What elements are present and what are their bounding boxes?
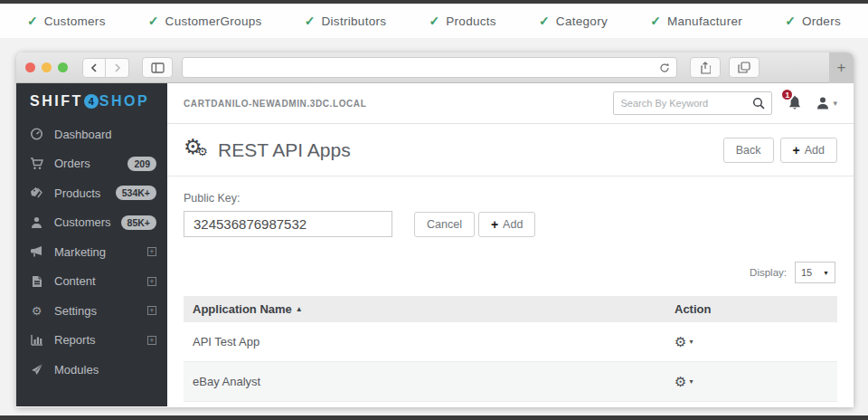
action-cell: ⚙ ▾ (675, 334, 828, 350)
gear-icon: ⚙ (675, 334, 686, 350)
check-label: Category (556, 14, 608, 28)
sidebar-item-customers[interactable]: Customers 85K+ (16, 208, 167, 238)
check-icon: ✓ (148, 14, 159, 28)
cancel-button[interactable]: Cancel (414, 212, 475, 237)
row-actions-menu-button[interactable]: ⚙ ▾ (675, 334, 693, 350)
admin-header: CARTDANILO-NEWADMIN.3DC.LOCAL 1 ▾ (167, 83, 854, 124)
browser-forward-button[interactable] (106, 58, 129, 78)
page-title: REST API Apps (218, 139, 351, 161)
shift4shop-logo[interactable]: SHIFT 4 SHOP (16, 83, 167, 119)
back-button-label: Back (736, 144, 761, 157)
column-header-application-name[interactable]: Application Name ▲ (193, 302, 675, 316)
apps-table: Application Name ▲ Action API Test App ⚙… (184, 296, 837, 402)
check-icon: ✓ (539, 14, 550, 28)
check-item-distributors: ✓ Distributors (305, 14, 387, 28)
sidebar-item-label: Products (54, 186, 100, 200)
public-key-input[interactable] (184, 211, 392, 237)
expand-icon[interactable]: + (147, 277, 156, 286)
confirm-add-label: Add (503, 218, 523, 231)
action-cell: ⚙ ▾ (675, 374, 828, 390)
check-icon: ✓ (27, 14, 38, 28)
display-count-select[interactable]: 15 ▼ (795, 262, 835, 283)
gears-icon: ⚙ (29, 304, 44, 318)
chevron-right-icon (114, 63, 121, 72)
keyword-search-box[interactable] (613, 91, 772, 115)
sidebar-item-modules[interactable]: Modules (16, 355, 167, 385)
admin-app: SHIFT 4 SHOP Dashboard Orders 209 (16, 83, 854, 406)
gear-icon: ⚙ (675, 374, 686, 390)
public-key-label: Public Key: (184, 192, 837, 205)
check-item-orders: ✓ Orders (785, 14, 841, 28)
chevron-left-icon (90, 63, 98, 72)
check-label: Products (446, 14, 496, 28)
share-button[interactable] (690, 57, 721, 78)
store-hostname: CARTDANILO-NEWADMIN.3DC.LOCAL (184, 99, 366, 109)
sidebar-item-settings[interactable]: ⚙ Settings + (16, 296, 167, 326)
sidebar-item-dashboard[interactable]: Dashboard (16, 119, 167, 149)
sidebar-item-label: Content (54, 274, 96, 288)
sidebar-item-label: Settings (54, 304, 97, 318)
url-input[interactable] (189, 58, 659, 77)
minimize-window-button[interactable] (42, 62, 52, 72)
back-button[interactable]: Back (723, 138, 774, 163)
plus-icon: + (491, 217, 498, 232)
bar-chart-icon (29, 334, 44, 346)
expand-icon[interactable]: + (147, 247, 156, 256)
rocket-icon (29, 363, 44, 376)
notifications-button[interactable]: 1 (787, 95, 803, 111)
sidebar-item-products[interactable]: Products 534K+ (16, 178, 167, 208)
table-row: API Test App ⚙ ▾ (184, 322, 837, 362)
browser-window: + SHIFT 4 SHOP Dashboard (16, 52, 854, 407)
customers-count-badge: 85K+ (121, 215, 156, 230)
user-menu-button[interactable]: ▾ (816, 96, 837, 110)
zoom-window-button[interactable] (58, 62, 68, 72)
sidebar-item-reports[interactable]: Reports + (16, 326, 167, 356)
browser-nav-buttons (82, 58, 129, 78)
cogs-icon: ⚙ ⚙ (184, 137, 211, 164)
reload-icon[interactable] (659, 62, 670, 73)
check-item-manufacturer: ✓ Manufacturer (650, 14, 742, 28)
chevron-down-icon: ▾ (833, 99, 837, 108)
admin-main: CARTDANILO-NEWADMIN.3DC.LOCAL 1 ▾ (167, 83, 854, 406)
sidebar-item-orders[interactable]: Orders 209 (16, 149, 167, 179)
letterbox-bottom (0, 415, 868, 420)
sidebar-toggle-button[interactable] (142, 57, 173, 78)
sidebar-item-content[interactable]: Content + (16, 267, 167, 297)
close-window-button[interactable] (25, 62, 35, 72)
row-actions-menu-button[interactable]: ⚙ ▾ (675, 374, 693, 390)
browser-back-button[interactable] (82, 58, 106, 78)
sidebar-item-label: Modules (54, 363, 99, 377)
check-label: Customers (44, 14, 106, 28)
sidebar-item-label: Marketing (54, 245, 106, 259)
column-header-action: Action (675, 302, 828, 316)
check-icon: ✓ (650, 14, 661, 28)
megaphone-icon (29, 245, 44, 258)
display-count-value: 15 (801, 267, 812, 278)
admin-sidebar: SHIFT 4 SHOP Dashboard Orders 209 (16, 83, 167, 406)
caret-down-icon: ▾ (689, 338, 693, 346)
check-label: CustomerGroups (165, 14, 262, 28)
admin-header-right: 1 ▾ (613, 91, 837, 115)
search-input[interactable] (620, 98, 752, 109)
sidebar-item-marketing[interactable]: Marketing + (16, 237, 167, 267)
tab-overview-button[interactable] (729, 57, 760, 78)
check-item-products: ✓ Products (429, 14, 496, 28)
add-app-button[interactable]: + Add (780, 138, 837, 163)
expand-icon[interactable]: + (147, 306, 156, 315)
test-checklist-bar: ✓ Customers ✓ CustomerGroups ✓ Distribut… (0, 4, 868, 38)
tabs-icon (738, 62, 750, 73)
app-name-cell: eBay Analyst (193, 375, 675, 388)
table-header-row: Application Name ▲ Action (184, 296, 837, 322)
app-name-cell: API Test App (193, 335, 675, 348)
url-bar[interactable] (182, 57, 677, 78)
display-label: Display: (750, 267, 787, 278)
confirm-add-button[interactable]: + Add (478, 212, 535, 237)
check-item-customers: ✓ Customers (27, 14, 106, 28)
expand-icon[interactable]: + (147, 336, 156, 345)
caret-down-icon: ▼ (823, 270, 829, 276)
new-tab-button[interactable]: + (829, 52, 854, 83)
share-icon (700, 62, 711, 74)
search-icon[interactable] (752, 97, 765, 110)
screenshot-frame: ✓ Customers ✓ CustomerGroups ✓ Distribut… (0, 0, 868, 420)
sidebar-item-label: Customers (54, 215, 111, 229)
